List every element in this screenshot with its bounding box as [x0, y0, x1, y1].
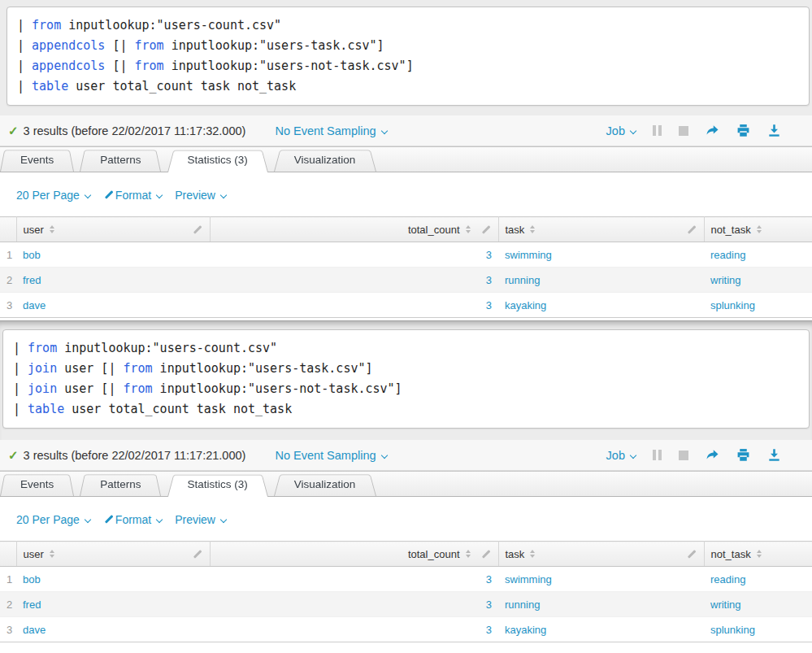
cell-value-total_count[interactable]: 3	[486, 299, 492, 311]
download-icon[interactable]	[767, 448, 781, 462]
query-keyword: from	[28, 341, 57, 355]
tab-events[interactable]: Events	[0, 147, 74, 172]
query-keyword: table	[32, 79, 68, 94]
column-header-user[interactable]: user	[16, 217, 210, 242]
sort-icon	[50, 550, 54, 558]
pencil-icon[interactable]	[192, 224, 203, 234]
stop-icon[interactable]	[679, 451, 688, 460]
cell-value-task[interactable]: running	[505, 599, 540, 611]
format-menu[interactable]: Format	[103, 513, 162, 526]
tab-visualization[interactable]: Visualization	[274, 147, 376, 172]
pencil-icon[interactable]	[480, 224, 492, 234]
print-icon[interactable]	[736, 124, 750, 137]
cell-total_count: 3	[210, 293, 498, 318]
cell-value-user[interactable]: bob	[23, 249, 41, 261]
cell-value-total_count[interactable]: 3	[486, 274, 492, 286]
cell-value-task[interactable]: swimming	[505, 573, 552, 586]
column-header-not_task[interactable]: not_task	[704, 217, 812, 242]
cell-value-user[interactable]: bob	[23, 573, 41, 586]
pencil-icon	[103, 189, 115, 199]
tab-visualization[interactable]: Visualization	[274, 472, 376, 496]
column-header-total_count[interactable]: total_count	[210, 542, 498, 567]
event-sampling-menu[interactable]: No Event Sampling	[275, 449, 386, 462]
cell-value-task[interactable]: running	[505, 274, 540, 286]
chevron-down-icon	[380, 127, 387, 133]
cell-value-total_count[interactable]: 3	[486, 624, 492, 636]
query-text: [|	[105, 38, 134, 53]
print-icon[interactable]	[736, 448, 750, 462]
tab-statistics-3[interactable]: Statistics (3)	[167, 147, 268, 172]
pause-icon[interactable]	[653, 450, 662, 460]
query-keyword: join	[28, 361, 57, 376]
cell-value-task[interactable]: swimming	[505, 249, 552, 261]
per-page-menu[interactable]: 20 Per Page	[16, 189, 90, 202]
cell-value-not_task[interactable]: reading	[710, 573, 745, 586]
event-sampling-menu[interactable]: No Event Sampling	[275, 124, 386, 137]
stop-icon[interactable]	[679, 126, 688, 136]
format-menu[interactable]: Format	[103, 189, 162, 202]
column-label: total_count	[408, 224, 460, 236]
pencil-icon[interactable]	[686, 224, 697, 234]
tab-patterns[interactable]: Patterns	[80, 472, 161, 496]
query-line: | table user total_count task not_task	[17, 76, 799, 97]
column-header-content: total_count	[217, 224, 492, 236]
share-icon[interactable]	[706, 448, 719, 462]
tab-patterns[interactable]: Patterns	[80, 147, 161, 172]
sort-icon	[530, 225, 535, 233]
download-icon[interactable]	[767, 124, 781, 137]
tab-events[interactable]: Events	[0, 472, 74, 496]
column-header-user[interactable]: user	[16, 542, 210, 567]
cell-value-user[interactable]: fred	[23, 599, 41, 611]
splunk-search-comparison: | from inputlookup:"users-count.csv"| ap…	[0, 0, 812, 642]
query-text: inputlookup:"users-not-task.csv"]	[164, 59, 414, 73]
query-line: | from inputlookup:"users-count.csv"	[17, 15, 799, 36]
tab-statistics-3[interactable]: Statistics (3)	[167, 472, 268, 496]
column-header-task[interactable]: task	[498, 217, 704, 242]
cell-value-total_count[interactable]: 3	[486, 249, 492, 261]
per-page-menu[interactable]: 20 Per Page	[16, 513, 90, 526]
cell-value-user[interactable]: fred	[23, 274, 41, 286]
cell-value-task[interactable]: kayaking	[505, 624, 546, 636]
cell-value-not_task[interactable]: splunking	[710, 299, 755, 311]
job-controls: Job	[606, 448, 801, 462]
search-query-input[interactable]: | from inputlookup:"users-count.csv"| jo…	[2, 329, 810, 429]
tab-label: Statistics (3)	[188, 478, 248, 490]
pencil-icon[interactable]	[480, 549, 492, 559]
cell-task: swimming	[498, 567, 704, 592]
column-header-task[interactable]: task	[498, 542, 704, 567]
sort-up-arrow	[530, 225, 535, 229]
cell-value-not_task[interactable]: writing	[710, 599, 741, 611]
tab-label: Statistics (3)	[188, 154, 248, 166]
column-header-total_count[interactable]: total_count	[210, 217, 498, 242]
cell-value-not_task[interactable]: splunking	[710, 624, 755, 636]
preview-menu[interactable]: Preview	[175, 513, 226, 526]
pencil-icon[interactable]	[686, 549, 697, 559]
column-header-not_task[interactable]: not_task	[704, 542, 812, 567]
cell-value-user[interactable]: dave	[23, 624, 46, 636]
chevron-down-icon	[630, 451, 636, 458]
cell-value-not_task[interactable]: reading	[710, 249, 745, 261]
cell-value-total_count[interactable]: 3	[486, 599, 492, 611]
sort-icon	[757, 550, 762, 558]
preview-menu[interactable]: Preview	[175, 189, 226, 202]
pencil-icon[interactable]	[192, 549, 203, 559]
column-header-content: total_count	[217, 548, 492, 560]
column-header-content: task	[506, 548, 697, 560]
job-menu[interactable]: Job	[606, 449, 636, 462]
cell-not_task: reading	[704, 242, 812, 268]
job-menu[interactable]: Job	[606, 124, 636, 137]
cell-total_count: 3	[210, 592, 498, 617]
cell-value-not_task[interactable]: writing	[710, 274, 741, 286]
sort-icon	[466, 550, 471, 558]
search-query-input[interactable]: | from inputlookup:"users-count.csv"| ap…	[7, 7, 810, 106]
tab-label: Patterns	[100, 478, 141, 490]
share-icon[interactable]	[706, 124, 719, 137]
cell-value-task[interactable]: kayaking	[505, 299, 546, 311]
sort-down-arrow	[50, 555, 54, 558]
cell-value-user[interactable]: dave	[23, 299, 46, 311]
sort-down-arrow	[757, 555, 762, 558]
pause-icon[interactable]	[653, 125, 662, 136]
query-line: | join user [| from inputlookup:"users-n…	[13, 379, 799, 399]
column-label: not_task	[711, 224, 751, 236]
cell-value-total_count[interactable]: 3	[486, 573, 492, 586]
